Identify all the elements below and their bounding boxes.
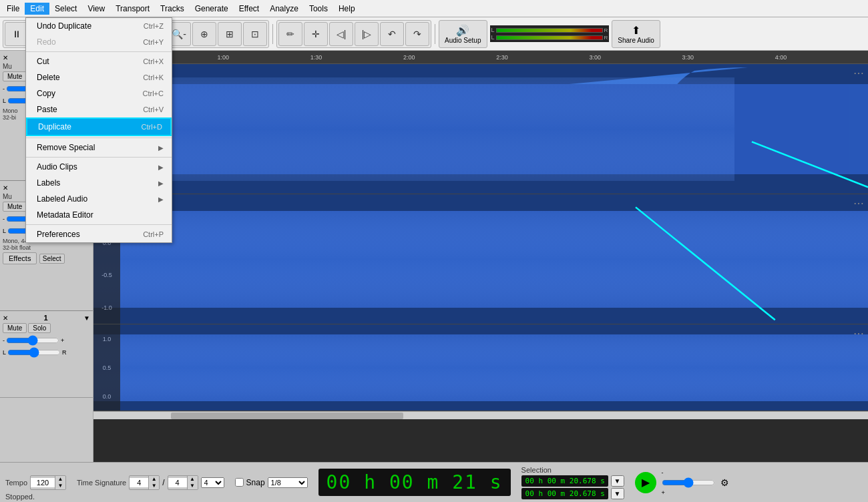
pencil-tool-button[interactable]: ✏ xyxy=(278,22,302,46)
menu-audio-clips[interactable]: Audio Clips ▶ xyxy=(26,159,172,175)
multi-tool-button[interactable]: ✛ xyxy=(304,22,328,46)
menu-copy[interactable]: Copy Ctrl+C xyxy=(26,85,172,101)
selection-start-down-button[interactable]: ▼ xyxy=(611,475,624,487)
time-signature-group: Time Signature ▲ ▼ / ▲ ▼ 4816 xyxy=(77,475,224,490)
menu-preferences[interactable]: Preferences Ctrl+P xyxy=(26,226,172,242)
remove-special-arrow-icon: ▶ xyxy=(158,144,164,152)
redo-button[interactable]: ↷ xyxy=(405,22,429,46)
ts-numerator-input[interactable] xyxy=(130,478,148,487)
undo-button[interactable]: ↶ xyxy=(380,22,404,46)
ts-den-down-button[interactable]: ▼ xyxy=(187,483,198,489)
track-3-solo-button[interactable]: Solo xyxy=(28,323,51,333)
ts-denominator-buttons: ▲ ▼ xyxy=(187,476,198,489)
menu-labels[interactable]: Labels ▶ xyxy=(26,175,172,191)
scrollbar-thumb[interactable] xyxy=(171,413,403,419)
y3-label-05: 0.5 xyxy=(103,364,112,371)
track-3-expand-icon[interactable]: ▼ xyxy=(83,314,90,322)
select-button[interactable]: Select xyxy=(39,254,65,264)
track-3-pan-slider[interactable] xyxy=(7,347,61,358)
track-3-more-icon[interactable]: ⋯ xyxy=(853,327,864,340)
tempo-up-button[interactable]: ▲ xyxy=(55,476,65,483)
pan3-r-label: R xyxy=(62,349,67,356)
track-1-waveform: ⋯ xyxy=(93,64,868,194)
fit-width-button[interactable]: ⊞ xyxy=(218,22,242,46)
menu-undo-duplicate[interactable]: Undo Duplicate Ctrl+Z xyxy=(26,18,172,34)
vol-plus-icon: + xyxy=(662,489,715,496)
track-1-more-icon[interactable]: ⋯ xyxy=(853,67,864,79)
track-3-y-axis: 1.0 0.5 0.0 xyxy=(93,324,120,411)
track-3-header: ✕ 1 ▼ xyxy=(3,314,90,322)
snap-value-select[interactable]: 1/8 1/4 1/2 1 xyxy=(268,477,308,488)
separator-a xyxy=(26,51,172,52)
track-1-wave-svg xyxy=(93,64,868,194)
track-3-close-icon[interactable]: ✕ xyxy=(3,314,8,322)
volume-slider[interactable] xyxy=(662,477,715,488)
time-mark-230: 2:30 xyxy=(496,54,508,61)
ts-den-up-button[interactable]: ▲ xyxy=(187,476,198,483)
menu-effect[interactable]: Effect xyxy=(234,3,264,15)
effects-button[interactable]: Effects xyxy=(3,252,37,264)
track-3-waveform: ⋯ 1.0 0.5 0.0 xyxy=(93,324,868,411)
track-3-wave-svg xyxy=(93,324,868,411)
undo-duplicate-shortcut: Ctrl+Z xyxy=(144,22,164,30)
tempo-input[interactable] xyxy=(31,478,55,487)
separator-b xyxy=(26,138,172,138)
y-label-m1: -1.0 xyxy=(101,304,112,311)
track-3-number: 1 xyxy=(43,314,47,322)
menu-metadata-editor[interactable]: Metadata Editor xyxy=(26,207,172,223)
ts-denominator-select[interactable]: 4816 xyxy=(201,477,224,488)
separator-2 xyxy=(272,24,273,44)
menu-paste[interactable]: Paste Ctrl+V xyxy=(26,101,172,117)
trim-right-button[interactable]: |▷ xyxy=(355,22,379,46)
track-1-mute-button[interactable]: Mute xyxy=(3,71,27,81)
zoom-sel-button[interactable]: ⊡ xyxy=(243,22,267,46)
menu-file[interactable]: File xyxy=(1,3,25,15)
svg-rect-2 xyxy=(93,77,734,181)
menu-delete[interactable]: Delete Ctrl+K xyxy=(26,69,172,85)
labels-arrow-icon: ▶ xyxy=(158,180,164,187)
menu-generate[interactable]: Generate xyxy=(190,3,234,15)
menu-cut[interactable]: Cut Ctrl+X xyxy=(26,53,172,69)
menu-transport[interactable]: Transport xyxy=(110,3,155,15)
track-2-more-icon[interactable]: ⋯ xyxy=(853,197,864,210)
preferences-shortcut: Ctrl+P xyxy=(143,230,164,238)
selection-start-input[interactable] xyxy=(521,475,608,487)
menu-select[interactable]: Select xyxy=(49,3,82,15)
tempo-down-button[interactable]: ▼ xyxy=(55,483,65,489)
menu-duplicate[interactable]: Duplicate Ctrl+D xyxy=(26,117,172,136)
menu-view[interactable]: View xyxy=(82,3,110,15)
fit-button[interactable]: ⊕ xyxy=(192,22,216,46)
play-button[interactable]: ▶ xyxy=(635,472,656,493)
track-3-mute-button[interactable]: Mute xyxy=(3,323,27,333)
selection-end-input[interactable] xyxy=(521,488,608,499)
track-2-close-icon[interactable]: ✕ xyxy=(3,184,8,192)
menu-remove-special[interactable]: Remove Special ▶ xyxy=(26,140,172,156)
audio-setup-button[interactable]: 🔊 Audio Setup xyxy=(439,20,487,48)
settings-icon[interactable]: ⚙ xyxy=(720,477,729,488)
track-3-gain-row: - + xyxy=(3,335,90,346)
labeled-audio-label: Labeled Audio xyxy=(37,194,87,204)
ts-num-down-button[interactable]: ▼ xyxy=(148,483,159,489)
ts-num-up-button[interactable]: ▲ xyxy=(148,476,159,483)
duplicate-shortcut: Ctrl+D xyxy=(142,123,162,131)
menu-tracks[interactable]: Tracks xyxy=(155,3,190,15)
menu-analyze[interactable]: Analyze xyxy=(264,3,304,15)
ts-numerator-spinbox: ▲ ▼ xyxy=(129,475,160,490)
track-3-gain-slider[interactable] xyxy=(6,335,59,346)
share-audio-button[interactable]: ⬆ Share Audio xyxy=(612,20,660,48)
ts-denominator-input[interactable] xyxy=(168,478,187,487)
menu-help[interactable]: Help xyxy=(333,3,361,15)
vol-minus-icon: - xyxy=(662,469,715,476)
trim-left-button[interactable]: ◁| xyxy=(329,22,353,46)
vu-meter-left: L R L R xyxy=(490,25,610,42)
selection-end-down-button[interactable]: ▼ xyxy=(611,488,624,499)
track-1-close-icon[interactable]: ✕ xyxy=(3,54,8,61)
menu-redo[interactable]: Redo Ctrl+Y xyxy=(26,34,172,50)
horizontal-scrollbar[interactable] xyxy=(93,411,868,419)
menubar: File Edit Select View Transport Tracks G… xyxy=(0,0,868,17)
menu-labeled-audio[interactable]: Labeled Audio ▶ xyxy=(26,191,172,207)
menu-edit[interactable]: Edit xyxy=(25,3,49,15)
menu-tools[interactable]: Tools xyxy=(304,3,333,15)
snap-checkbox[interactable] xyxy=(235,478,244,487)
track-2-mute-button[interactable]: Mute xyxy=(3,202,27,212)
